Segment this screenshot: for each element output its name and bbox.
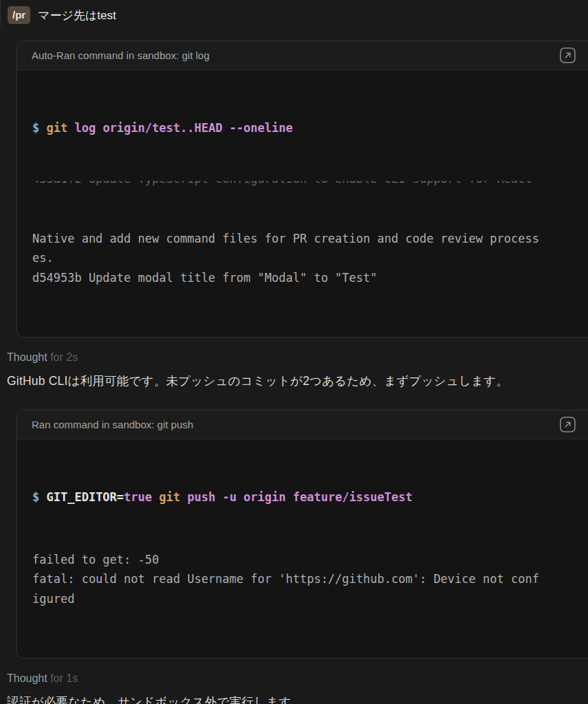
output-line: failed to get: -50 (32, 550, 573, 570)
thought-row[interactable]: Thought for 2s (7, 351, 588, 364)
open-in-new-window-icon[interactable] (560, 47, 576, 63)
command-segment: GIT_EDITOR= (46, 490, 124, 504)
thought-duration: for 1s (50, 672, 78, 684)
terminal-block-git-push-sandbox: Ran command in sandbox: git push $ GIT_E… (17, 410, 588, 659)
terminal-body: $ GIT_EDITOR=true git push -u origin fea… (17, 439, 588, 658)
thought-duration: for 2s (50, 351, 78, 363)
command-segment: true (124, 490, 152, 504)
terminal-output: Native and add new command files for PR … (32, 229, 573, 288)
thought-label: Thought (7, 351, 47, 363)
output-line: es. (32, 248, 573, 268)
terminal-header-icons (560, 47, 576, 63)
command-segment: log origin/test..HEAD --oneline (67, 121, 293, 135)
open-in-new-window-icon[interactable] (560, 417, 576, 432)
command-segment: $ (32, 121, 46, 135)
command-segment: git (159, 490, 180, 504)
output-line: fatal: could not read Username for 'http… (32, 569, 573, 589)
terminal-header[interactable]: Ran command in sandbox: git push (17, 410, 588, 439)
terminal-header-icons (560, 417, 576, 432)
command-segment: $ (32, 490, 46, 504)
output-line: igured (32, 589, 573, 609)
thought-label: Thought (7, 672, 47, 684)
user-message-text: マージ先はtest (38, 8, 116, 23)
terminal-output: failed to get: -50fatal: could not read … (32, 550, 573, 609)
command-line: $ GIT_EDITOR=true git push -u origin fea… (32, 487, 573, 507)
command-segment: push -u origin feature/issueTest (180, 490, 413, 504)
terminal-body: $ git log origin/test..HEAD --oneline 43… (17, 70, 588, 337)
slash-command-chip: /pr (8, 6, 30, 24)
clipped-output-line: 435a1f2 Update TypeScript configuration … (32, 181, 573, 190)
terminal-header-label: Ran command in sandbox: git push (32, 419, 193, 430)
assistant-message: 認証が必要なため、サンドボックス外で実行します。 (7, 694, 581, 704)
user-message-row: /pr マージ先はtest (0, 0, 588, 31)
command-segment: git (46, 121, 67, 135)
command-segment (152, 490, 159, 504)
output-line: Native and add new command files for PR … (32, 229, 573, 249)
thought-row[interactable]: Thought for 1s (7, 672, 588, 685)
terminal-header-label: Auto-Ran command in sandbox: git log (32, 50, 209, 61)
assistant-message: GitHub CLIは利用可能です。未プッシュのコミットが2つあるため、まずプッ… (7, 373, 581, 389)
command-line: $ git log origin/test..HEAD --oneline (32, 118, 573, 138)
terminal-header[interactable]: Auto-Ran command in sandbox: git log (17, 41, 588, 70)
output-line: d54953b Update modal title from "Modal" … (32, 268, 573, 288)
terminal-block-git-log: Auto-Ran command in sandbox: git log $ g… (17, 41, 588, 338)
